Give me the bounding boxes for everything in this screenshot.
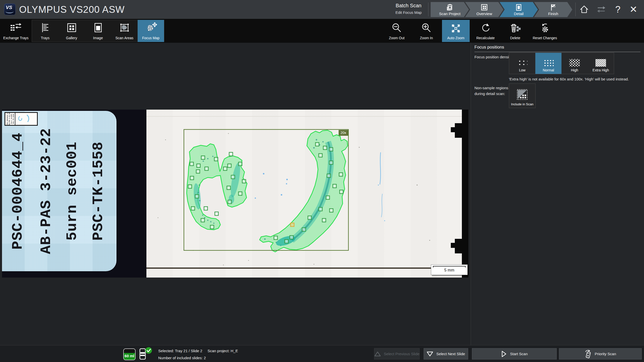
trays-icon xyxy=(40,22,50,33)
delete-icon xyxy=(509,22,521,33)
status-bar: 60 ml Selected: Tray 21 / Slide 2 Scan p… xyxy=(0,345,644,362)
logo-swoosh-icon xyxy=(6,10,14,13)
density-low-icon xyxy=(517,59,528,67)
scan-project-text: Scan project: H_E xyxy=(208,349,238,353)
step-label: Scan Project xyxy=(439,12,460,16)
step-label: Detail xyxy=(514,12,524,16)
density-extra-high-icon xyxy=(595,59,606,67)
auto-zoom-button[interactable]: Auto Zoom xyxy=(442,20,470,42)
close-glyph: ✕ xyxy=(629,5,637,14)
density-option-extra-high[interactable]: Extra High xyxy=(588,53,614,74)
help-glyph: ? xyxy=(615,5,621,14)
step-finish[interactable]: Finish xyxy=(534,2,572,17)
select-previous-slide-button[interactable]: Select Previous Slide xyxy=(374,348,420,359)
density-option-high[interactable]: High xyxy=(561,53,588,74)
step-detail[interactable]: Detail xyxy=(500,2,538,17)
close-button[interactable]: ✕ xyxy=(628,3,639,16)
density-option-low[interactable]: Low xyxy=(509,53,535,74)
button-label: Priority Scan xyxy=(595,352,616,356)
zoom-out-button[interactable]: Zoom Out xyxy=(383,20,411,42)
zoom-in-button[interactable]: Zoom In xyxy=(413,20,440,42)
density-option-group: Low Normal High Extra High xyxy=(509,53,614,74)
mode-title: Batch Scan xyxy=(390,3,427,9)
button-label: Select Previous Slide xyxy=(384,352,420,356)
density-option-label: Normal xyxy=(543,68,554,72)
include-in-scan-button[interactable]: Include in Scan xyxy=(509,83,536,108)
gallery-icon xyxy=(66,22,77,33)
recalculate-icon xyxy=(480,22,491,33)
help-button[interactable]: ? xyxy=(612,3,623,16)
exchange-trays-icon xyxy=(10,22,22,34)
detail-icon xyxy=(515,4,522,11)
focus-positions-panel: Focus positions Focus position density: … xyxy=(471,43,644,345)
recalculate-button[interactable]: Recalculate xyxy=(472,20,499,42)
select-next-slide-button[interactable]: Select Next Slide xyxy=(424,348,468,359)
density-option-normal[interactable]: Normal xyxy=(535,53,561,74)
header-divider xyxy=(428,3,428,16)
include-in-scan-label: Include in Scan xyxy=(511,102,534,106)
step-overview[interactable]: Overview xyxy=(465,2,503,17)
toolbar-button-label: Trays xyxy=(41,36,49,40)
toolbar-button-label: Exchange Trays xyxy=(3,36,28,40)
scan-overlay xyxy=(2,110,468,278)
view-focus-map-button[interactable]: Focus Map xyxy=(138,20,164,42)
transfer-icon[interactable] xyxy=(596,3,607,16)
view-image-button[interactable]: Image xyxy=(85,20,111,42)
triangle-up-icon xyxy=(374,351,381,357)
slide-image[interactable]: PSC-0004644_4 AB-PAS 3-23-22 5urn sec001… xyxy=(2,110,468,278)
image-icon xyxy=(93,22,103,33)
density-option-label: Low xyxy=(519,68,526,72)
panel-title: Focus positions xyxy=(474,45,504,50)
panel-rule xyxy=(474,52,640,52)
start-scan-button[interactable]: Start Scan xyxy=(472,348,557,359)
view-trays-button[interactable]: Trays xyxy=(32,20,58,42)
delete-button[interactable]: Delete xyxy=(501,20,529,42)
toolbar-button-label: Recalculate xyxy=(476,36,495,40)
toolbar-button-label: Image xyxy=(93,36,103,40)
toolbar-button-label: Scan Areas xyxy=(115,36,134,40)
step-scan-project[interactable]: Scan Project xyxy=(431,2,469,17)
zoom-in-icon xyxy=(421,22,432,33)
triangle-down-icon xyxy=(427,351,433,357)
reset-changes-button[interactable]: Reset Changes xyxy=(528,20,561,42)
mode-block: Batch Scan Edit Focus Map xyxy=(390,3,427,15)
density-normal-icon xyxy=(543,59,554,67)
toolbar-button-label: Auto Zoom xyxy=(447,36,464,40)
title-bar: VS OLYMPUS VS200 ASW Batch Scan Edit Foc… xyxy=(0,0,644,19)
play-icon xyxy=(501,350,507,357)
volume-indicator: 60 ml xyxy=(123,348,136,360)
finish-flag-icon xyxy=(549,4,557,11)
exchange-trays-button[interactable]: Exchange Trays xyxy=(2,20,30,42)
objective-badge: 20x xyxy=(339,130,348,136)
step-label: Overview xyxy=(476,12,492,16)
priority-scan-button[interactable]: Priority Scan xyxy=(559,348,642,359)
nonsample-label-line2: during detail scan: xyxy=(474,91,508,97)
viewer-canvas[interactable]: PSC-0004644_4 AB-PAS 3-23-22 5urn sec001… xyxy=(0,43,470,345)
toolbar-button-label: Delete xyxy=(510,36,520,40)
nonsample-label: Non-sample regions during detail scan: xyxy=(474,85,508,97)
scale-bar: 5 mm xyxy=(431,264,468,275)
overview-icon xyxy=(480,4,488,11)
scale-bar-label: 5 mm xyxy=(431,268,467,273)
header-divider xyxy=(575,3,576,16)
auto-zoom-icon xyxy=(450,22,462,34)
home-button[interactable] xyxy=(579,3,590,16)
view-gallery-button[interactable]: Gallery xyxy=(58,20,85,42)
app-title: OLYMPUS VS200 ASW xyxy=(19,4,125,15)
density-high-icon xyxy=(569,59,580,67)
toolbar-button-label: Focus Map xyxy=(142,36,159,40)
view-scan-areas-button[interactable]: Scan Areas xyxy=(111,20,138,42)
check-icon xyxy=(145,347,152,354)
toolbar-button-label: Zoom In xyxy=(420,36,433,40)
focus-map-icon xyxy=(145,22,157,34)
include-in-scan-icon xyxy=(516,89,528,100)
volume-label: 60 ml xyxy=(125,354,134,358)
density-label: Focus position density: xyxy=(474,55,513,59)
selected-slide-text: Selected: Tray 21 / Slide 2 xyxy=(158,349,202,353)
toolbar-button-label: Zoom Out xyxy=(389,36,405,40)
toolbar: Exchange Trays Trays xyxy=(0,19,644,43)
step-label: Finish xyxy=(548,12,558,16)
toolbar-button-label: Gallery xyxy=(66,36,77,40)
scan-areas-icon xyxy=(119,22,130,33)
density-note: 'Extra high' is not available for 60x an… xyxy=(509,77,629,81)
